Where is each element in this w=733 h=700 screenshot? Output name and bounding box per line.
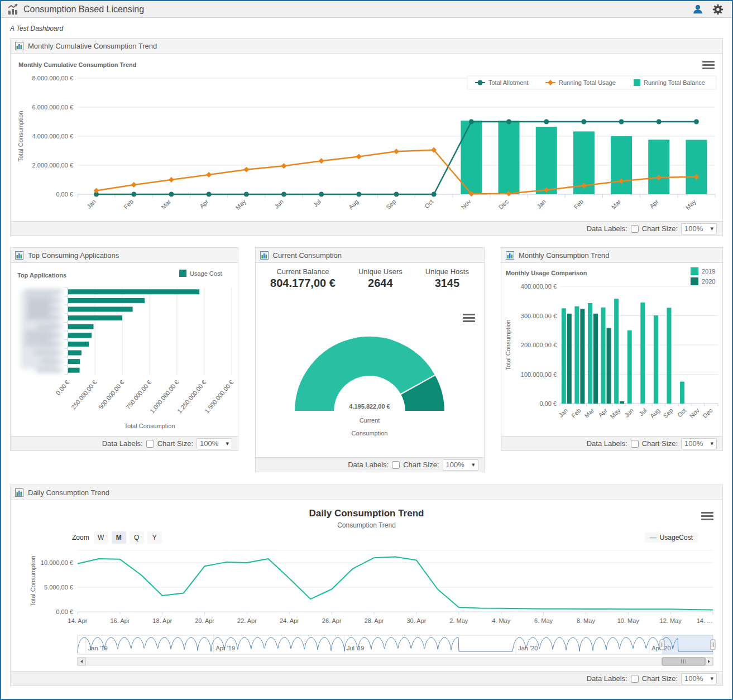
stat-current-balance: Current Balance 804.177,00 € — [270, 267, 336, 290]
svg-text:0,00 €: 0,00 € — [55, 379, 71, 396]
svg-text:Jan: Jan — [85, 198, 97, 210]
scrollbar-track[interactable] — [85, 658, 705, 665]
data-labels-label: Data Labels: — [348, 461, 389, 469]
daily-chart-title: Daily Consumption Trend — [11, 500, 722, 519]
svg-text:10.000,00 €: 10.000,00 € — [41, 559, 73, 566]
svg-text:500.000,00 €: 500.000,00 € — [97, 379, 125, 411]
svg-text:Monthly Cumulative Consumption: Monthly Cumulative Consumption Trend — [18, 61, 136, 68]
chart-size-select[interactable]: 100%▾ — [197, 438, 232, 449]
svg-text:May: May — [609, 407, 622, 420]
data-labels-checkbox[interactable] — [631, 675, 639, 683]
gauge-chart: 4.195.822,00 €CurrentConsumption — [256, 305, 484, 446]
scrollbar-right-arrow[interactable] — [705, 658, 713, 665]
data-labels-checkbox[interactable] — [631, 225, 639, 233]
zoom-button-y[interactable]: Y — [147, 531, 162, 544]
svg-text:Jan: Jan — [557, 407, 569, 419]
svg-text:Total Allotment: Total Allotment — [488, 79, 529, 86]
svg-text:5.000,00 €: 5.000,00 € — [44, 584, 73, 591]
svg-text:2. May: 2. May — [449, 617, 468, 624]
svg-text:300.000,00 €: 300.000,00 € — [521, 313, 557, 319]
chart-size-select[interactable]: 100%▾ — [681, 673, 717, 684]
chevron-down-icon: ▾ — [226, 440, 229, 447]
panel-top-apps: Top Consuming Applications Top Applicati… — [10, 247, 238, 451]
panel-current-consumption: Current Consumption Current Balance 804.… — [255, 247, 485, 472]
svg-text:8.000.000,00 €: 8.000.000,00 € — [32, 75, 73, 81]
svg-text:2.000.000,00 €: 2.000.000,00 € — [32, 162, 73, 169]
chart-size-value: 100% — [446, 461, 464, 469]
svg-text:20. Apr: 20. Apr — [195, 617, 214, 624]
svg-text:Apr: Apr — [198, 198, 210, 210]
svg-text:2019: 2019 — [702, 268, 715, 275]
data-labels-label: Data Labels: — [587, 674, 627, 683]
svg-text:14. Apr: 14. Apr — [68, 617, 88, 624]
zoom-button-w[interactable]: W — [94, 531, 108, 544]
svg-text:6.000.000,00 €: 6.000.000,00 € — [32, 104, 73, 111]
svg-text:Feb: Feb — [122, 198, 135, 210]
chart-size-label: Chart Size: — [642, 439, 678, 448]
svg-text:Nov: Nov — [459, 198, 472, 211]
chart-menu-button[interactable] — [702, 59, 715, 71]
navigator-handle[interactable] — [660, 640, 664, 650]
stat-unique-hosts: Unique Hosts 3145 — [425, 267, 469, 290]
svg-text:0,00 €: 0,00 € — [539, 400, 557, 407]
svg-text:Jan '20: Jan '20 — [518, 645, 538, 651]
daily-chart-subtitle: Consumption Trend — [11, 519, 722, 529]
chart-menu-button[interactable] — [701, 510, 713, 522]
svg-text:16. Apr: 16. Apr — [110, 617, 130, 624]
chart-size-value: 100% — [684, 224, 703, 233]
svg-text:1.000.000,00 €: 1.000.000,00 € — [148, 379, 180, 415]
svg-text:6. May: 6. May — [534, 617, 553, 624]
svg-text:1.500.000,00 €: 1.500.000,00 € — [203, 379, 234, 415]
svg-text:May: May — [684, 198, 698, 212]
legend-swatch — [179, 270, 186, 277]
zoom-button-q[interactable]: Q — [130, 531, 144, 544]
svg-text:18. Apr: 18. Apr — [152, 617, 172, 624]
chart-menu-button[interactable] — [463, 312, 475, 324]
panel-current-header: Current Consumption — [256, 248, 484, 263]
daily-legend[interactable]: — UsageCost — [645, 533, 698, 543]
panel-monthly-trend: Monthly Consumption Trend Monthly Usage … — [501, 247, 723, 451]
chart-size-select[interactable]: 100%▾ — [443, 459, 478, 471]
svg-text:Total Consumption: Total Consumption — [505, 319, 511, 370]
navigator-handle[interactable] — [711, 640, 715, 650]
chart-size-select[interactable]: 100%▾ — [681, 438, 717, 449]
blurred-app-names — [21, 290, 62, 372]
svg-text:Jul: Jul — [638, 407, 648, 417]
chart-legend[interactable]: 20192020 — [691, 267, 715, 285]
user-icon[interactable] — [692, 3, 704, 16]
svg-text:Total Consumption: Total Consumption — [30, 555, 36, 606]
data-labels-label: Data Labels: — [587, 224, 627, 233]
svg-text:250.000,00 €: 250.000,00 € — [70, 379, 98, 411]
data-labels-checkbox[interactable] — [631, 440, 639, 448]
scrollbar-left-arrow[interactable] — [78, 658, 85, 665]
settings-gear-icon[interactable] — [712, 3, 724, 16]
svg-text:Mar: Mar — [610, 198, 622, 210]
svg-text:Top Applications: Top Applications — [17, 272, 66, 279]
data-labels-checkbox[interactable] — [146, 440, 154, 448]
data-labels-checkbox[interactable] — [392, 461, 400, 469]
svg-text:100.000,00 €: 100.000,00 € — [521, 371, 557, 378]
chart-size-select[interactable]: 100%▾ — [681, 223, 717, 234]
chart-size-label: Chart Size: — [642, 674, 678, 683]
panel-title: Top Consuming Applications — [28, 251, 119, 260]
panel-footer: Data Labels: Chart Size: 100%▾ — [11, 221, 722, 236]
zoom-label: Zoom — [72, 534, 89, 541]
panel-daily: Daily Consumption Trend Daily Consumptio… — [10, 485, 723, 686]
svg-text:Aug: Aug — [347, 198, 360, 210]
zoom-button-m[interactable]: M — [112, 531, 126, 544]
svg-text:Apr '19: Apr '19 — [216, 645, 236, 651]
svg-text:Jan '19: Jan '19 — [88, 645, 108, 651]
svg-text:2020: 2020 — [702, 278, 715, 285]
svg-text:22. Apr: 22. Apr — [237, 617, 257, 624]
panel-cumulative-header: Monthly Cumulative Consumption Trend — [11, 39, 722, 54]
daily-navigator: Jan '19Apr '19Jul '19Jan '20Apr '20 — [11, 634, 722, 670]
mini-chart-icon — [15, 251, 23, 260]
svg-text:Aug: Aug — [649, 407, 661, 419]
chart-legend[interactable]: Total AllotmentRunning Total UsageRunnin… — [467, 76, 716, 89]
svg-text:0,00 €: 0,00 € — [56, 191, 73, 198]
scrollbar-thumb[interactable] — [662, 658, 705, 665]
svg-text:10. May: 10. May — [617, 617, 640, 624]
svg-text:Consumption: Consumption — [351, 430, 387, 437]
svg-text:Feb: Feb — [572, 198, 585, 210]
svg-text:Feb: Feb — [570, 407, 582, 419]
